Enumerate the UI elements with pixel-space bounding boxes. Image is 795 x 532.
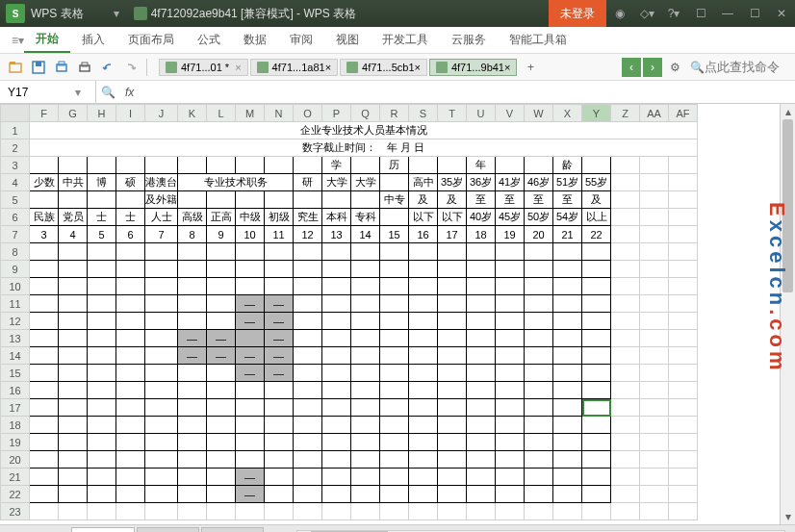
cell-F6[interactable]: 民族	[30, 209, 59, 226]
cell-T21[interactable]	[438, 469, 467, 486]
cell-AA6[interactable]	[640, 209, 669, 226]
col-header-I[interactable]: I	[116, 105, 145, 122]
row-header-6[interactable]: 6	[1, 209, 30, 226]
cell-T9[interactable]	[438, 261, 467, 278]
cell-F13[interactable]	[30, 330, 59, 347]
cell-J4[interactable]: 港澳台	[145, 174, 178, 191]
tab-nav-left[interactable]: ‹	[622, 58, 641, 77]
menu-data[interactable]: 数据	[232, 27, 278, 53]
cell-P16[interactable]	[322, 382, 351, 399]
cell-N23[interactable]	[265, 503, 294, 520]
cell-G19[interactable]	[59, 434, 88, 451]
cell-AF11[interactable]	[669, 295, 698, 313]
cell-K22[interactable]	[178, 486, 207, 503]
row-header-13[interactable]: 13	[1, 330, 30, 347]
cell-G17[interactable]	[59, 399, 88, 417]
cell-W9[interactable]	[525, 261, 553, 278]
cell-K10[interactable]	[178, 278, 207, 295]
row-header-5[interactable]: 5	[1, 191, 30, 209]
menu-cloud[interactable]: 云服务	[440, 27, 498, 53]
cell-Y15[interactable]	[582, 365, 611, 382]
cell-S20[interactable]	[409, 451, 438, 469]
cell-U13[interactable]	[467, 330, 496, 347]
select-all-corner[interactable]	[1, 105, 30, 122]
cell-L17[interactable]	[207, 399, 236, 417]
menu-start[interactable]: 开始	[24, 27, 70, 53]
cell-H12[interactable]	[88, 313, 116, 330]
cell-H10[interactable]	[88, 278, 116, 295]
cell-Z12[interactable]	[611, 313, 640, 330]
cell-J7[interactable]: 7	[145, 226, 178, 243]
cell-T22[interactable]	[438, 486, 467, 503]
cell-J18[interactable]	[145, 417, 178, 434]
cell-Z23[interactable]	[611, 503, 640, 520]
cell-H22[interactable]	[88, 486, 116, 503]
cell-U18[interactable]	[467, 417, 496, 434]
cell-N13[interactable]: —	[265, 330, 294, 347]
cell-O10[interactable]	[294, 278, 322, 295]
col-header-J[interactable]: J	[145, 105, 178, 122]
cell-P18[interactable]	[322, 417, 351, 434]
cell-Y12[interactable]	[582, 313, 611, 330]
cell-X14[interactable]	[553, 347, 582, 365]
cell-N15[interactable]: —	[265, 365, 294, 382]
cell-U23[interactable]	[467, 503, 496, 520]
cell-Z21[interactable]	[611, 469, 640, 486]
cell-AF22[interactable]	[669, 486, 698, 503]
cell-Q16[interactable]	[351, 382, 380, 399]
cell-S12[interactable]	[409, 313, 438, 330]
cell-Q13[interactable]	[351, 330, 380, 347]
cell-Y19[interactable]	[582, 434, 611, 451]
cell-R3[interactable]: 历	[380, 157, 409, 174]
cell-V9[interactable]	[496, 261, 525, 278]
cell-L14[interactable]: —	[207, 347, 236, 365]
cell-P12[interactable]	[322, 313, 351, 330]
menu-review[interactable]: 审阅	[278, 27, 324, 53]
cell-N3[interactable]	[265, 157, 294, 174]
cell-U17[interactable]	[467, 399, 496, 417]
help-icon[interactable]: ?▾	[660, 0, 687, 27]
cell-V20[interactable]	[496, 451, 525, 469]
cell-P20[interactable]	[322, 451, 351, 469]
sync-icon[interactable]: ◉	[606, 0, 633, 27]
cell-T20[interactable]	[438, 451, 467, 469]
cell-U3[interactable]: 年	[467, 157, 496, 174]
cell-Z15[interactable]	[611, 365, 640, 382]
cell-W10[interactable]	[525, 278, 553, 295]
cell-K6[interactable]: 高级	[178, 209, 207, 226]
cell-J12[interactable]	[145, 313, 178, 330]
cell-F5[interactable]	[30, 191, 59, 209]
cell-S15[interactable]	[409, 365, 438, 382]
cell-W6[interactable]: 50岁	[525, 209, 553, 226]
cell-G15[interactable]	[59, 365, 88, 382]
row-header-10[interactable]: 10	[1, 278, 30, 295]
cell-Z3[interactable]	[611, 157, 640, 174]
cell-U12[interactable]	[467, 313, 496, 330]
col-header-M[interactable]: M	[236, 105, 265, 122]
cell-L13[interactable]: —	[207, 330, 236, 347]
cell-Y20[interactable]	[582, 451, 611, 469]
cell-Q12[interactable]	[351, 313, 380, 330]
cell-R11[interactable]	[380, 295, 409, 313]
row-header-1[interactable]: 1	[1, 122, 30, 139]
doc-tab-1[interactable]: 4f71...1a81×	[250, 59, 338, 76]
cell-K3[interactable]	[178, 157, 207, 174]
cell-Z11[interactable]	[611, 295, 640, 313]
cell-U22[interactable]	[467, 486, 496, 503]
cell-G21[interactable]	[59, 469, 88, 486]
col-header-Y[interactable]: Y	[582, 105, 611, 122]
row-header-14[interactable]: 14	[1, 347, 30, 365]
cell-V16[interactable]	[496, 382, 525, 399]
cell-R16[interactable]	[380, 382, 409, 399]
cell-F2[interactable]: 数字截止时间： 年 月 日	[30, 139, 698, 157]
col-header-W[interactable]: W	[525, 105, 553, 122]
cell-O23[interactable]	[294, 503, 322, 520]
cell-R17[interactable]	[380, 399, 409, 417]
cell-AA13[interactable]	[640, 330, 669, 347]
cell-W19[interactable]	[525, 434, 553, 451]
cell-I17[interactable]	[116, 399, 145, 417]
command-search[interactable]: 🔍	[690, 60, 791, 74]
cell-AF10[interactable]	[669, 278, 698, 295]
cell-T10[interactable]	[438, 278, 467, 295]
redo-icon[interactable]	[119, 56, 142, 79]
